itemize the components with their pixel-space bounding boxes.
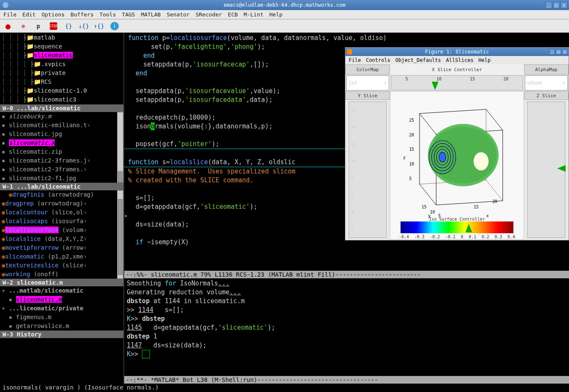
func-item[interactable]: ◉dragfinis (arrowtodrag)	[0, 190, 123, 199]
svg-text:15: 15	[409, 147, 414, 152]
menu-m-lint[interactable]: M-Lint	[244, 11, 264, 18]
record-icon[interactable]: ●	[4, 22, 12, 30]
figmenu-allslices[interactable]: AllSlices	[446, 57, 473, 63]
close-button[interactable]: ×	[561, 2, 567, 8]
menu-help[interactable]: Help	[270, 11, 283, 18]
file-item[interactable]: ▪ getarrowslice.m	[0, 322, 123, 331]
tree-item[interactable]: │ │ │ ┣📁sliceomatic3	[0, 95, 123, 104]
svg-point-2	[474, 152, 489, 170]
file-list-0[interactable]: ▪ slicebucky.m▪ sliceomatic-emiliano.t›▪…	[0, 112, 123, 183]
menu-buffers[interactable]: Buffers	[70, 11, 93, 18]
step-icon[interactable]: {}	[65, 22, 72, 30]
svg-text:5: 5	[409, 176, 411, 181]
func-item[interactable]: ◉dragprep (arrowtodrag)›	[0, 199, 123, 208]
ecb-sidebar: │ │ │ ┣📁matlab│ │ │ ┣📁sequence│ │ │ ┣📁sl…	[0, 33, 124, 384]
fig-minimize-button[interactable]: _	[549, 49, 555, 55]
matlab-figure-window[interactable]: Figure 1: Sliceomatic _ □ × FileControls…	[345, 47, 569, 240]
file-item[interactable]: ▪ sliceomatic2-f1.jpg	[0, 174, 123, 183]
func-item[interactable]: ◉textureizeslice (slice›	[0, 261, 123, 270]
x-slice-arrow-icon[interactable]	[432, 82, 438, 90]
figmenu-help[interactable]: Help	[478, 57, 491, 63]
menu-tags[interactable]: TAGS	[122, 11, 135, 18]
menubar: FileEditOptionsBuffersToolsTAGSMATLABSen…	[0, 10, 569, 19]
func-item[interactable]: ◉sliceomatic (p1,p2,xme›	[0, 252, 123, 261]
tree-item[interactable]: │ │ │ │ ┣📁.xvpics	[0, 60, 123, 69]
info-icon[interactable]: i	[110, 22, 119, 30]
menu-ecb[interactable]: ECB	[228, 11, 238, 18]
iso-colorbar[interactable]	[401, 221, 513, 233]
menu-tools[interactable]: Tools	[99, 11, 116, 18]
svg-text:20: 20	[492, 199, 497, 204]
chevron-down-icon: ▾	[384, 80, 387, 86]
section-w0: W-0 ...lab/sliceomatic	[0, 104, 123, 112]
svg-point-7	[439, 152, 446, 162]
file-item[interactable]: ▪ sliceomatic2-3frames.j›	[0, 156, 123, 165]
menu-srecoder[interactable]: SRecoder	[195, 11, 222, 18]
svg-text:20: 20	[409, 133, 414, 137]
figmenu-object_defaults[interactable]: Object_Defaults	[395, 57, 441, 63]
menu-options[interactable]: Options	[42, 11, 65, 18]
minimize-button[interactable]: _	[545, 2, 552, 8]
pause-icon[interactable]: p	[35, 22, 42, 30]
iso-arrow-icon[interactable]	[465, 224, 472, 232]
tree-item[interactable]: │ │ │ ┣📁matlab	[0, 33, 123, 42]
z-slice-arrow-icon[interactable]	[557, 165, 566, 172]
fig-close-button[interactable]: ×	[562, 49, 568, 55]
tree-item[interactable]: │ │ │ ┣📁sequence	[0, 42, 123, 51]
z-slice-controller[interactable]: Z Slice	[524, 91, 569, 240]
function-list[interactable]: ◉dragfinis (arrowtodrag)◉dragprep (arrow…	[0, 190, 123, 279]
tree-item[interactable]: │ │ │ │ ┣📁private	[0, 69, 123, 77]
tree-item[interactable]: │ │ │ │ ┣📁RCS	[0, 77, 123, 86]
xslice-label: X Slice Controller	[390, 64, 524, 75]
func-item[interactable]: ◉localisosurface (volum›	[0, 226, 123, 235]
minibuffer[interactable]: isonormals( varargin ) (Isosurface norma…	[0, 384, 569, 392]
section-w3: W-3 History	[0, 331, 123, 338]
func-item[interactable]: ◉localslice (data,X,Y,Z›	[0, 235, 123, 243]
colormap-select[interactable]: jet▾	[346, 75, 389, 91]
file-item[interactable]: ▪ sliceomatic.m	[0, 139, 123, 147]
menu-senator[interactable]: Senator	[167, 11, 190, 18]
figure-menubar[interactable]: FileControlsObject_DefaultsAllSlicesHelp	[345, 56, 569, 64]
stop-icon[interactable]: ⊗	[19, 22, 27, 30]
svg-text:z: z	[403, 155, 406, 160]
section-w2: W-2 sliceomatic.m	[0, 279, 123, 286]
func-item[interactable]: ◉working (onoff)	[0, 270, 123, 279]
file-item[interactable]: ▪ sliceomatic.jpg	[0, 130, 123, 139]
file-item[interactable]: ▾ ...matlab/sliceomatic	[0, 286, 123, 295]
figmenu-file[interactable]: File	[349, 57, 361, 63]
figure-titlebar: Figure 1: Sliceomatic _ □ ×	[345, 48, 569, 56]
file-item[interactable]: ▪ slicebucky.m	[0, 112, 123, 121]
svg-text:25: 25	[409, 118, 414, 123]
matlab-shell[interactable]: Smoothing for IsoNormals... Generating r…	[124, 278, 569, 376]
step-out-icon[interactable]: ↑{}	[95, 22, 103, 30]
file-item[interactable]: ▪ sliceomatic2-3frames.›	[0, 165, 123, 174]
func-item[interactable]: ◉localcontour (slice,ol›	[0, 208, 123, 217]
directory-tree[interactable]: │ │ │ ┣📁matlab│ │ │ ┣📁sequence│ │ │ ┣📁sl…	[0, 33, 123, 104]
alphamap-label: AlphaMap	[524, 64, 569, 75]
step-in-icon[interactable]: ↓{}	[80, 22, 88, 30]
figmenu-controls[interactable]: Controls	[366, 57, 390, 63]
alphamap-select[interactable]: vdown▾	[525, 75, 568, 91]
file-item[interactable]: ▪ sliceomatic.zip	[0, 147, 123, 156]
file-item[interactable]: ▪ sliceomatic.m	[0, 295, 123, 304]
fig-maximize-button[interactable]: □	[556, 49, 561, 55]
y-slice-controller[interactable]: Y Slice 246810121416	[345, 91, 390, 240]
maximize-button[interactable]: □	[553, 2, 560, 8]
main-3d-plot[interactable]: z y x 25 20 15 10 5 15 10 5 20 15	[390, 91, 524, 240]
file-item[interactable]: ▪ sliceomatic-emiliano.t›	[0, 121, 123, 130]
file-list-2[interactable]: ▾ ...matlab/sliceomatic ▪ sliceomatic.m▾…	[0, 286, 123, 331]
tree-item[interactable]: │ │ │ ┣📁sliceomatic-1.0	[0, 86, 123, 95]
file-item[interactable]: ▾ ...liceomatic/private	[0, 304, 123, 313]
svg-text:10: 10	[409, 162, 414, 166]
tree-item[interactable]: │ │ │ ┣📁sliceomatic	[0, 51, 123, 60]
x-slice-controller[interactable]: 5101520	[391, 75, 523, 91]
menu-matlab[interactable]: MATLAB	[141, 11, 161, 18]
func-item[interactable]: ◉movetipforarrow (arrow›	[0, 243, 123, 252]
file-item[interactable]: ▪ figmenus.m	[0, 313, 123, 322]
func-item[interactable]: ◉localisocaps (isosurfa›	[0, 217, 123, 226]
stop-sign-icon[interactable]: STOP	[50, 22, 57, 30]
menu-edit[interactable]: Edit	[22, 11, 35, 18]
modeline-code: --:%%- sliceomatic.m 79% L1136 RCS-1.23 …	[124, 271, 569, 278]
title-text: emacs@eludlam-deb5-64.dhcp.mathworks.com	[224, 2, 345, 8]
menu-file[interactable]: File	[3, 11, 16, 18]
